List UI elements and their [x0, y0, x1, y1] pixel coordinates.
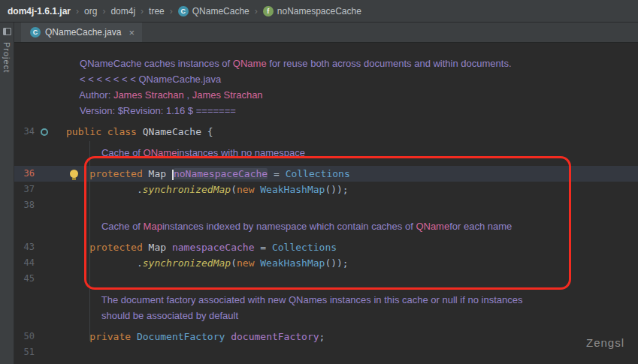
- line-number[interactable]: 50: [14, 329, 35, 344]
- project-tool-window-stripe: Project: [0, 23, 14, 364]
- code-token: {: [207, 126, 213, 137]
- code-token: documentFactory: [231, 331, 319, 342]
- doc-comment-line[interactable]: < < < < < < < QNameCache.java: [14, 71, 638, 87]
- breadcrumb-class[interactable]: C QNameCache: [178, 6, 249, 17]
- line-number: [14, 308, 35, 323]
- editor-tab-bar: C QNameCache.java ×: [14, 23, 638, 43]
- code-token: .: [66, 184, 143, 195]
- code-token: new: [237, 257, 260, 269]
- breadcrumb-separator: ›: [102, 6, 105, 17]
- breadcrumb-field[interactable]: f noNamespaceCache: [263, 6, 361, 17]
- code-token: ());: [325, 257, 348, 269]
- code-token: ,: [184, 89, 192, 101]
- code-token: (: [231, 257, 237, 269]
- gutter-slot: [35, 166, 66, 182]
- code-token: (: [231, 184, 237, 195]
- code-token: noNamespaceCache: [174, 168, 268, 179]
- line-text: QNameCache caches instances of QName for…: [66, 56, 512, 71]
- gutter-slot: [35, 145, 66, 161]
- breadcrumb-dom4j[interactable]: dom4j: [110, 6, 135, 17]
- code-token: Version: $Revision: 1.16 $ =======: [66, 105, 236, 116]
- project-tool-window-label[interactable]: Project: [2, 42, 11, 73]
- code-line[interactable]: 38: [14, 197, 638, 213]
- code-token: Cache of: [66, 221, 144, 232]
- gutter-slot: [35, 71, 66, 87]
- gutter-slot: [35, 87, 66, 103]
- watermark: Zengsl: [586, 336, 624, 349]
- line-number: [14, 145, 35, 161]
- tab-qnamecache-java[interactable]: C QNameCache.java ×: [21, 23, 142, 42]
- gutter-slot: [35, 182, 66, 197]
- indent-guide: [89, 141, 90, 341]
- code-line[interactable]: 44 .synchronizedMap(new WeakHashMap());: [14, 255, 638, 271]
- gutter-slot: [35, 308, 66, 323]
- breadcrumb-separator: ›: [170, 6, 173, 17]
- code-token: QNameCache: [143, 126, 207, 137]
- code-editor[interactable]: QNameCache caches instances of QName for…: [14, 43, 638, 364]
- line-number[interactable]: 38: [14, 197, 35, 213]
- breadcrumb-field-label: noNamespaceCache: [277, 6, 361, 17]
- code-line[interactable]: public QNameCache() {: [14, 360, 638, 364]
- code-token: instances with no namespace: [177, 147, 305, 158]
- line-text: private DocumentFactory documentFactory;: [66, 329, 325, 344]
- code-line[interactable]: 36 protected Map noNamespaceCache = Coll…: [14, 166, 638, 182]
- line-number[interactable]: 37: [14, 182, 35, 197]
- gutter-slot: [35, 103, 66, 119]
- code-line[interactable]: 37 .synchronizedMap(new WeakHashMap());: [14, 182, 638, 197]
- doc-comment-line[interactable]: Author: James Strachan , James Strachan: [14, 87, 638, 103]
- gutter-slot: [35, 56, 66, 71]
- gutter-slot: [35, 218, 66, 234]
- line-number[interactable]: 51: [14, 344, 35, 360]
- code-token: synchronizedMap: [143, 184, 231, 195]
- code-token: for reuse both across documents and with…: [267, 58, 512, 69]
- line-number[interactable]: 43: [14, 239, 35, 255]
- line-text: protected Map namespaceCache = Collectio…: [66, 239, 337, 255]
- code-token: Author:: [66, 89, 113, 101]
- code-token: WeakHashMap: [260, 184, 325, 195]
- line-number: [14, 56, 35, 71]
- doc-comment-line[interactable]: QNameCache caches instances of QName for…: [14, 56, 638, 71]
- code-token: Collections: [272, 242, 337, 253]
- doc-comment-line[interactable]: Version: $Revision: 1.16 $ =======: [14, 103, 638, 119]
- gutter-slot: [35, 292, 66, 308]
- line-text: .synchronizedMap(new WeakHashMap());: [66, 255, 349, 271]
- line-number[interactable]: 34: [14, 124, 35, 140]
- bulb-icon[interactable]: [70, 170, 78, 178]
- code-line[interactable]: 43 protected Map namespaceCache = Collec…: [14, 239, 638, 255]
- code-token: QNameCache caches instances of: [66, 58, 233, 69]
- breadcrumb-bar: dom4j-1.6.1.jar › org › dom4j › tree › C…: [0, 0, 638, 23]
- tab-close-icon[interactable]: ×: [129, 27, 135, 38]
- project-tool-window-icon[interactable]: [3, 28, 11, 35]
- code-line[interactable]: 34public class QNameCache {: [14, 124, 638, 140]
- breadcrumb-tree[interactable]: tree: [149, 6, 165, 17]
- code-line[interactable]: 51: [14, 344, 638, 360]
- gutter-slot: [35, 239, 66, 255]
- code-token: .: [66, 257, 143, 269]
- gutter-slot: [35, 197, 66, 213]
- gutter-slot: [35, 360, 66, 364]
- line-number[interactable]: 36: [14, 166, 35, 182]
- line-number: [14, 103, 35, 119]
- breadcrumb-separator: ›: [255, 6, 258, 17]
- gutter-slot: [35, 329, 66, 344]
- breadcrumb-org[interactable]: org: [84, 6, 97, 17]
- line-number: [14, 218, 35, 234]
- code-token: synchronizedMap: [143, 257, 231, 269]
- breadcrumb-jar[interactable]: dom4j-1.6.1.jar: [8, 6, 71, 17]
- code-token: [66, 331, 89, 342]
- doc-comment-line[interactable]: Cache of QNameinstances with no namespac…: [14, 145, 638, 161]
- line-number[interactable]: 44: [14, 255, 35, 271]
- code-token: namespaceCache: [172, 242, 255, 253]
- line-number[interactable]: 45: [14, 271, 35, 287]
- doc-comment-line[interactable]: The document factory associated with new…: [14, 292, 638, 308]
- line-text: The document factory associated with new…: [66, 292, 522, 308]
- code-token: ());: [325, 184, 348, 195]
- code-line[interactable]: 50 private DocumentFactory documentFacto…: [14, 329, 638, 344]
- doc-comment-line[interactable]: Cache of Mapinstances indexed by namespa…: [14, 218, 638, 234]
- doc-comment-line[interactable]: should be associated by default: [14, 308, 638, 323]
- code-line[interactable]: 45: [14, 271, 638, 287]
- code-token: QName: [144, 147, 177, 158]
- code-token: Cache of: [66, 147, 144, 158]
- code-token: James Strachan: [192, 89, 263, 101]
- breadcrumb-separator: ›: [141, 6, 144, 17]
